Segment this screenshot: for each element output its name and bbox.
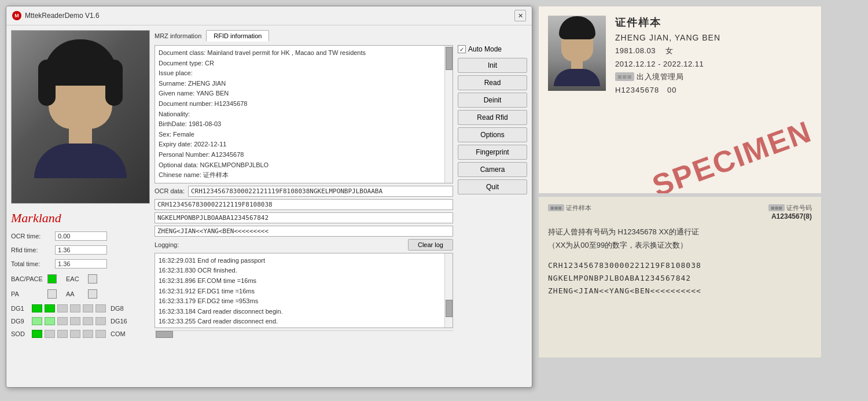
ocr-data-row: OCR data: (155, 186, 453, 197)
bc-mrz: CRH1234567830000221219F8108038 NGKELMPON… (548, 259, 812, 297)
dg1-box3 (57, 304, 68, 312)
deinit-button[interactable]: Deinit (458, 93, 527, 108)
doc-info-line: Document number: H12345678 (159, 99, 441, 109)
window-title: MttekReaderDemo V1.6 (25, 12, 100, 20)
init-button[interactable]: Init (458, 58, 527, 73)
rfid-time-label: Rfid time: (11, 247, 52, 253)
read-rfid-button[interactable]: Read Rfid (458, 110, 527, 125)
rfid-time-value[interactable] (55, 245, 107, 255)
tc-hair (559, 16, 595, 39)
main-area: Document class: Mainland travel permit f… (155, 45, 527, 339)
log-hscrollbar[interactable] (155, 330, 453, 339)
bac-pace-label: BAC/PACE (11, 275, 43, 282)
sod-box6 (95, 330, 106, 338)
pa-indicator (47, 289, 57, 299)
aa-label: AA (66, 290, 83, 297)
bc-left-label: ■■■ 证件样本 (548, 204, 591, 212)
dg16-label: DG16 (111, 318, 129, 325)
total-time-label: Total time: (11, 260, 52, 267)
top-card-info: 证件样本 ZHENG JIAN, YANG BEN 1981.08.03 女 2… (606, 16, 812, 184)
log-entry: 16:32:31.830 OCR finished. (159, 266, 441, 276)
dg8-label: DG8 (111, 305, 129, 312)
log-scrollbar[interactable] (444, 253, 453, 328)
close-button[interactable]: ✕ (514, 10, 526, 21)
log-entry: 16:32:33.262 Compare MRZ and DG1 Validat… (159, 327, 441, 328)
bac-pace-row: BAC/PACE EAC (11, 274, 150, 284)
right-panel: MRZ information RFID information Documen… (155, 30, 527, 382)
bc-main-text: 持证人曾持有号码为 H12345678 XX的通行证（XX为从00至99的数字，… (548, 225, 812, 252)
dg1-box4 (70, 304, 80, 312)
left-panel: Markland OCR time: Rfid time: Total time… (11, 30, 150, 382)
dg1-label: DG1 (11, 305, 30, 312)
mrz-line2-input[interactable] (155, 212, 453, 223)
eac-indicator (88, 274, 97, 284)
logging-label: Logging: (155, 241, 179, 248)
doc-info-line: Optional data: NGKELMPONBPJLBLO (159, 160, 441, 171)
doc-info-line: Expiry date: 2022-12-11 (159, 139, 441, 150)
mrz-line3-input[interactable] (155, 226, 453, 237)
ocr-data-input[interactable] (188, 186, 453, 197)
doc-info-line: Issue place: (159, 68, 441, 79)
dg1-box2 (45, 304, 55, 312)
eac-label: EAC (66, 275, 83, 282)
doc-info-line: Surname: ZHENG JIAN (159, 79, 441, 89)
tc-neck (571, 60, 583, 69)
log-entry: 16:32:31.912 EF.DG1 time =16ms (159, 286, 441, 297)
options-button[interactable]: Options (458, 127, 527, 142)
log-hscrollbar-thumb[interactable] (156, 331, 173, 338)
application-window: M MttekReaderDemo V1.6 ✕ (6, 6, 532, 388)
top-card-photo (548, 16, 606, 91)
tc-shoulder (554, 69, 600, 86)
sod-label: SOD (11, 330, 30, 337)
quit-button[interactable]: Quit (458, 179, 527, 194)
document-info-box: Document class: Mainland travel permit f… (155, 45, 453, 183)
doc-info-line: BirthDate: 1981-08-03 (159, 119, 441, 130)
rfid-time-row: Rfid time: (11, 245, 150, 255)
camera-button[interactable]: Camera (458, 162, 527, 177)
dg9-box1 (32, 317, 42, 325)
log-entry: 16:32:33.184 Card reader disconnect begi… (159, 307, 441, 317)
aa-indicator (88, 289, 97, 299)
dg9-box5 (83, 317, 93, 325)
sod-box4 (70, 330, 80, 338)
log-entry: 16:32:31.896 EF.COM time =16ms (159, 276, 441, 286)
bc-right: ■■■ 证件号码 A1234567(8) (768, 204, 812, 220)
logging-row: Logging: Clear log (155, 239, 453, 251)
dg9-row: DG9 DG16 (11, 317, 150, 325)
top-card-name: ZHENG JIAN, YANG BEN (615, 33, 812, 42)
auto-mode-checkbox[interactable] (458, 45, 466, 53)
log-content: 16:32:29.031 End of reading passport16:3… (159, 256, 441, 328)
rfid-tab-button[interactable]: RFID information (206, 30, 269, 42)
dg9-box3 (57, 317, 68, 325)
bac-pace-indicator (47, 274, 57, 284)
button-column: Auto Mode Init Read Deinit Read Rfid Opt… (458, 45, 527, 339)
brand-logo: Markland (11, 209, 150, 227)
top-card-number: H12345678 00 (615, 86, 812, 94)
ocr-time-value[interactable] (55, 231, 107, 241)
auto-mode-row: Auto Mode (458, 45, 527, 53)
fingerprint-button[interactable]: Fingerprint (458, 145, 527, 160)
dg9-label: DG9 (11, 318, 30, 325)
log-entry: 16:32:33.179 EF.DG2 time =953ms (159, 296, 441, 307)
clear-log-button[interactable]: Clear log (408, 239, 453, 251)
doc-info-line: Document class: Mainland travel permit f… (159, 48, 441, 58)
read-button[interactable]: Read (458, 75, 527, 90)
mrz-line1-input[interactable] (155, 199, 453, 210)
dg1-box1 (32, 304, 42, 312)
sod-box3 (57, 330, 68, 338)
dg9-box6 (95, 317, 106, 325)
title-bar: M MttekReaderDemo V1.6 ✕ (6, 6, 532, 25)
doc-scrollbar[interactable] (444, 46, 453, 183)
total-time-value[interactable] (55, 259, 107, 268)
log-scrollbar-thumb[interactable] (446, 300, 453, 317)
bc-mrz-line1: CRH1234567830000221219F8108038 (548, 259, 812, 272)
photo-placeholder (12, 31, 149, 203)
dg9-box2 (45, 317, 55, 325)
doc-info-line: Personal Number: A12345678 (159, 150, 441, 160)
doc-scrollbar-thumb[interactable] (446, 47, 453, 70)
doc-info-line: Given name: YANG BEN (159, 89, 441, 99)
doc-info-line: Sex: Female (159, 130, 441, 140)
bottom-card-top: ■■■ 证件样本 ■■■ 证件号码 A1234567(8) (548, 204, 812, 220)
doc-info-line: Document type: CR (159, 58, 441, 69)
tc-head (561, 21, 593, 61)
